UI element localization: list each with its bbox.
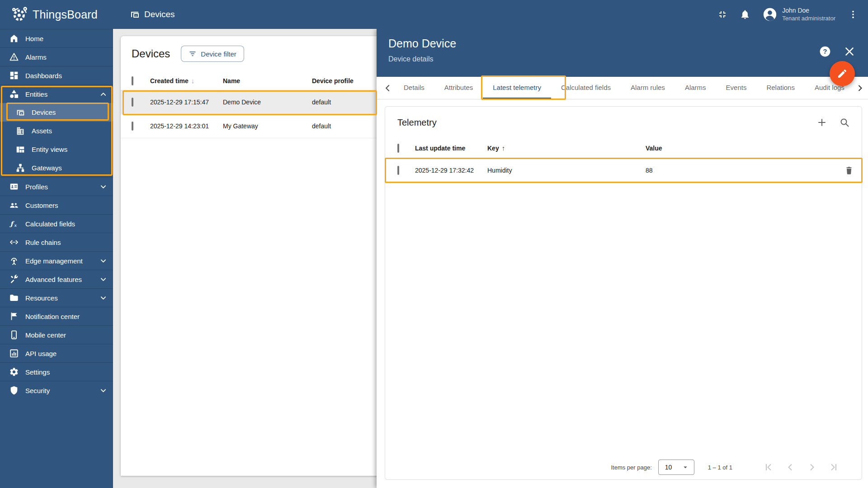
close-icon[interactable] xyxy=(844,46,855,57)
cell-last-update-time: 2025-12-29 17:32:42 xyxy=(415,167,487,174)
column-header-key[interactable]: Key↑ xyxy=(487,144,646,152)
previous-page-icon[interactable] xyxy=(785,462,796,473)
tab-events[interactable]: Events xyxy=(716,77,757,99)
tab-attributes[interactable]: Attributes xyxy=(434,77,483,99)
sidebar-item-resources[interactable]: Resources xyxy=(0,288,113,307)
sidebar-item-edge-management[interactable]: Edge management xyxy=(0,251,113,270)
thingsboard-logo-icon xyxy=(11,5,29,23)
appbar-actions: John Doe Tenant administrator xyxy=(705,7,868,22)
profiles-badge-icon xyxy=(9,182,19,192)
select-all-checkbox[interactable] xyxy=(397,144,399,153)
sidebar-item-home[interactable]: Home xyxy=(0,29,113,47)
row-checkbox[interactable] xyxy=(132,122,133,131)
paginator-range-label: 1 – 1 of 1 xyxy=(708,464,732,471)
sidebar: Home Alarms Dashboards Entities Devices … xyxy=(0,29,113,488)
gateways-lan-icon xyxy=(15,163,25,173)
entity-views-icon xyxy=(15,145,25,155)
add-telemetry-icon[interactable] xyxy=(816,117,827,128)
column-header-device-profile[interactable]: Device profile xyxy=(312,77,384,84)
sidebar-item-security[interactable]: Security xyxy=(0,381,113,399)
sidebar-item-api-usage[interactable]: API usage xyxy=(0,344,113,362)
sidebar-item-devices[interactable]: Devices xyxy=(0,103,113,122)
telemetry-column-header-row: Last update time Key↑ Value xyxy=(385,138,862,158)
sidebar-item-assets[interactable]: Assets xyxy=(0,122,113,140)
flag-icon xyxy=(9,311,19,321)
device-row-demo-device[interactable]: 2025-12-29 17:15:47 Demo Device default xyxy=(121,90,384,114)
cell-created-time: 2025-12-29 17:15:47 xyxy=(150,99,223,106)
home-icon xyxy=(9,33,19,43)
cell-value: 88 xyxy=(646,167,836,174)
tab-calculated-fields[interactable]: Calculated fields xyxy=(551,77,621,99)
entities-submenu: Devices Assets Entity views Gateways xyxy=(0,103,113,177)
sidebar-item-settings[interactable]: Settings xyxy=(0,362,113,381)
sidebar-item-entity-views[interactable]: Entity views xyxy=(0,140,113,159)
column-header-name[interactable]: Name xyxy=(223,77,312,84)
row-checkbox[interactable] xyxy=(132,98,133,107)
chevron-down-icon xyxy=(100,389,106,393)
construction-tools-icon xyxy=(9,274,19,284)
tab-alarms[interactable]: Alarms xyxy=(675,77,716,99)
device-filter-button[interactable]: Device filter xyxy=(181,46,244,62)
column-header-last-update-time[interactable]: Last update time xyxy=(415,145,487,152)
device-row-my-gateway[interactable]: 2025-12-29 14:23:01 My Gateway default xyxy=(121,114,384,138)
help-icon[interactable] xyxy=(819,46,831,57)
row-checkbox[interactable] xyxy=(397,166,399,175)
tabs-scroll-left-icon[interactable] xyxy=(382,82,394,94)
sidebar-item-calculated-fields[interactable]: Calculated fields xyxy=(0,214,113,233)
more-vert-icon[interactable] xyxy=(848,9,858,19)
fullscreen-exit-icon[interactable] xyxy=(717,9,728,20)
items-per-page-select[interactable]: 10 xyxy=(658,460,694,475)
sidebar-item-alarms[interactable]: Alarms xyxy=(0,47,113,66)
select-all-checkbox[interactable] xyxy=(132,76,133,85)
cell-created-time: 2025-12-29 14:23:01 xyxy=(150,122,223,130)
tab-latest-telemetry[interactable]: Latest telemetry xyxy=(483,77,551,99)
sidebar-item-profiles[interactable]: Profiles xyxy=(0,177,113,196)
sidebar-item-gateways[interactable]: Gateways xyxy=(0,159,113,177)
app-bar: ThingsBoard Devices John Doe Tenant admi… xyxy=(0,0,868,29)
cell-name: My Gateway xyxy=(223,122,312,130)
sidebar-item-mobile-center[interactable]: Mobile center xyxy=(0,325,113,344)
chevron-up-icon xyxy=(100,92,106,96)
dropdown-arrow-icon xyxy=(681,463,689,471)
folder-icon xyxy=(9,293,19,303)
cell-device-profile: default xyxy=(312,99,384,106)
user-avatar[interactable] xyxy=(762,7,778,22)
gear-icon xyxy=(9,367,19,377)
details-header-actions xyxy=(819,46,855,57)
next-page-icon[interactable] xyxy=(807,462,817,473)
sidebar-item-notification-center[interactable]: Notification center xyxy=(0,307,113,325)
sidebar-item-dashboards[interactable]: Dashboards xyxy=(0,66,113,84)
tabs-scroll-right[interactable] xyxy=(852,77,868,99)
column-header-created-time[interactable]: Created time↓ xyxy=(150,77,223,84)
tab-details[interactable]: Details xyxy=(394,77,434,99)
user-name: John Doe xyxy=(782,7,835,15)
column-header-value[interactable]: Value xyxy=(646,145,836,152)
sidebar-item-customers[interactable]: Customers xyxy=(0,196,113,214)
sort-asc-icon: ↑ xyxy=(502,144,505,152)
edit-fab-button[interactable] xyxy=(830,61,855,86)
first-page-icon[interactable] xyxy=(763,462,774,473)
telemetry-title: Telemetry xyxy=(397,117,805,128)
devices-column-header-row: Created time↓ Name Device profile xyxy=(121,71,384,90)
app-logo[interactable]: ThingsBoard xyxy=(0,5,98,23)
customers-people-icon xyxy=(9,200,19,210)
notifications-bell-icon[interactable] xyxy=(740,9,750,20)
sidebar-item-entities[interactable]: Entities xyxy=(0,84,113,103)
telemetry-row-humidity[interactable]: 2025-12-29 17:32:42 Humidity 88 xyxy=(385,158,862,183)
breadcrumb-label: Devices xyxy=(144,9,175,19)
sidebar-item-rule-chains[interactable]: Rule chains xyxy=(0,233,113,251)
function-fx-icon xyxy=(9,219,19,229)
details-panel-header: Demo Device Device details xyxy=(377,29,868,77)
sidebar-item-advanced-features[interactable]: Advanced features xyxy=(0,270,113,288)
antenna-icon xyxy=(9,256,19,266)
tab-alarm-rules[interactable]: Alarm rules xyxy=(621,77,675,99)
tabs-scroll-right-icon xyxy=(854,83,865,94)
filter-icon xyxy=(189,50,197,58)
tab-relations[interactable]: Relations xyxy=(756,77,805,99)
sort-desc-icon: ↓ xyxy=(191,77,195,84)
chevron-down-icon xyxy=(100,296,106,300)
delete-trash-icon[interactable] xyxy=(844,165,854,175)
pencil-edit-icon xyxy=(837,68,848,79)
search-icon[interactable] xyxy=(839,117,850,128)
last-page-icon[interactable] xyxy=(828,462,839,473)
